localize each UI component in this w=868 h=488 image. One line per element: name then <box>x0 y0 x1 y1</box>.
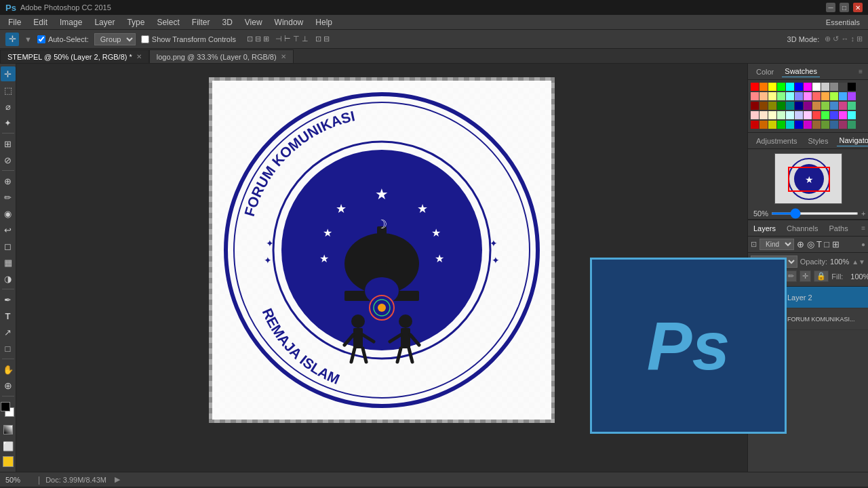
transform-controls-checkbox[interactable] <box>141 35 149 43</box>
filter-icons[interactable]: ⊕ ◎ T □ ⊞ <box>797 239 840 249</box>
swatch-orange[interactable] <box>760 83 768 91</box>
swatch-seafoam[interactable] <box>848 102 856 110</box>
path-select-tool[interactable]: ↗ <box>1 325 16 340</box>
swatch-lightmagenta[interactable] <box>804 92 812 100</box>
swatch-lightcyan[interactable] <box>786 92 794 100</box>
move-tool-icon[interactable]: ✛ <box>5 33 19 46</box>
lock-all-btn[interactable]: 🔒 <box>814 270 829 282</box>
close-button[interactable]: ✕ <box>853 3 863 12</box>
swatch-brown[interactable] <box>760 102 768 110</box>
lasso-tool[interactable]: ⌀ <box>1 99 16 114</box>
swatch-lightgray[interactable] <box>821 83 829 91</box>
magic-wand-tool[interactable]: ✦ <box>1 115 16 130</box>
swatch-rose[interactable] <box>839 121 847 129</box>
navigator-tab[interactable]: Navigator <box>837 135 869 146</box>
lock-position-btn[interactable]: ✛ <box>800 270 811 282</box>
menu-select[interactable]: Select <box>151 16 184 28</box>
menu-edit[interactable]: Edit <box>28 16 53 28</box>
swatch-g2[interactable] <box>777 121 785 129</box>
screen-mode-btn[interactable]: ⬜ <box>1 439 16 453</box>
maximize-button[interactable]: □ <box>840 3 849 12</box>
swatch-lightred[interactable] <box>751 92 759 100</box>
menu-image[interactable]: Image <box>54 16 87 28</box>
swatch-yellowgreen[interactable] <box>821 102 829 110</box>
swatch-peach[interactable] <box>760 111 768 119</box>
swatch-blue[interactable] <box>795 83 803 91</box>
menu-filter[interactable]: Filter <box>186 16 216 28</box>
swatch-green[interactable] <box>777 83 785 91</box>
swatch-magenta[interactable] <box>804 83 812 91</box>
swatch-purple[interactable] <box>848 92 856 100</box>
layers-panel-expand[interactable]: ≡ <box>861 224 865 232</box>
swatch-darkred[interactable] <box>751 102 759 110</box>
swatch-sienna[interactable] <box>812 121 821 129</box>
adjustments-tab[interactable]: Adjustments <box>753 136 800 146</box>
shape-tool[interactable]: □ <box>1 341 16 356</box>
swatch-black[interactable] <box>848 83 856 91</box>
swatch-lightgreen[interactable] <box>777 92 785 100</box>
styles-tab[interactable]: Styles <box>806 136 831 146</box>
swatch-ice[interactable] <box>786 111 794 119</box>
hand-tool[interactable]: ✋ <box>1 362 16 377</box>
menu-type[interactable]: Type <box>121 16 150 28</box>
move-tool[interactable]: ✛ <box>1 66 16 81</box>
swatch-lime[interactable] <box>830 92 838 100</box>
swatch-mintgreen[interactable] <box>777 111 785 119</box>
swatch-m2[interactable] <box>804 121 812 129</box>
tab-stempel[interactable]: STEMPEL @ 50% (Layer 2, RGB/8) * ✕ <box>0 49 149 63</box>
swatch-tan[interactable] <box>812 102 821 110</box>
swatch-hotpink[interactable] <box>839 102 847 110</box>
swatch-sage[interactable] <box>821 121 829 129</box>
type-tool[interactable]: T <box>1 308 16 323</box>
heal-tool[interactable]: ⊕ <box>1 174 16 188</box>
swatch-lightorange[interactable] <box>760 92 768 100</box>
kind-filter-select[interactable]: Kind <box>760 239 794 250</box>
doc-info-arrow[interactable]: ▶ <box>115 475 120 484</box>
menu-window[interactable]: Window <box>269 16 309 28</box>
swatch-darkgreen[interactable] <box>777 102 785 110</box>
auto-select-dropdown[interactable]: Group Layer <box>94 33 136 45</box>
nav-zoom-slider[interactable] <box>771 212 859 215</box>
swatch-skyblue[interactable] <box>839 92 847 100</box>
filter-toggle[interactable]: ● <box>861 241 865 248</box>
tab-logo-close[interactable]: ✕ <box>281 53 286 60</box>
swatch-darkblue[interactable] <box>795 102 803 110</box>
swatch-gray[interactable] <box>830 83 838 91</box>
swatch-c2[interactable] <box>786 121 794 129</box>
swatch-brightcyan[interactable] <box>848 111 856 119</box>
gradient-tool[interactable]: ▦ <box>1 255 16 270</box>
auto-select-checkbox[interactable] <box>37 35 45 43</box>
channels-tab[interactable]: Channels <box>784 223 821 234</box>
swatch-steel[interactable] <box>830 121 838 129</box>
swatch-red[interactable] <box>751 83 759 91</box>
quick-mask-btn[interactable] <box>3 425 13 434</box>
eraser-tool[interactable]: ◻ <box>1 239 16 253</box>
swatch-jade[interactable] <box>848 121 856 129</box>
layers-tab[interactable]: Layers <box>751 223 778 234</box>
menu-view[interactable]: View <box>239 16 268 28</box>
foreground-color-swatch[interactable] <box>1 402 10 411</box>
swatch-y2[interactable] <box>768 121 776 129</box>
menu-3d[interactable]: 3D <box>216 16 237 28</box>
opacity-stepper[interactable]: ▲▼ <box>852 258 865 266</box>
minimize-button[interactable]: ─ <box>826 3 835 12</box>
swatch-lightyellow[interactable] <box>768 92 776 100</box>
swatch-brightgreen[interactable] <box>821 111 829 119</box>
crop-tool[interactable]: ⊞ <box>1 136 16 151</box>
swatch-darkgray[interactable] <box>839 83 847 91</box>
menu-file[interactable]: File <box>3 16 26 28</box>
brush-tool[interactable]: ✏ <box>1 190 16 205</box>
paths-tab[interactable]: Paths <box>827 223 851 234</box>
yellow-swatch[interactable] <box>3 456 14 467</box>
stamp-tool[interactable]: ◉ <box>1 206 16 221</box>
lock-pixels-btn[interactable]: ✏ <box>785 270 797 282</box>
tab-logo[interactable]: logo.png @ 33.3% (Layer 0, RGB/8) ✕ <box>149 49 294 63</box>
swatch-lightblue[interactable] <box>795 92 803 100</box>
swatch-pinkwhite[interactable] <box>751 111 759 119</box>
eyedropper-tool[interactable]: ⊘ <box>1 152 16 167</box>
swatch-coral[interactable] <box>812 92 821 100</box>
swatch-blush[interactable] <box>804 111 812 119</box>
swatch-cyan[interactable] <box>786 83 794 91</box>
swatch-olive[interactable] <box>768 102 776 110</box>
swatch-darkpurple[interactable] <box>804 102 812 110</box>
